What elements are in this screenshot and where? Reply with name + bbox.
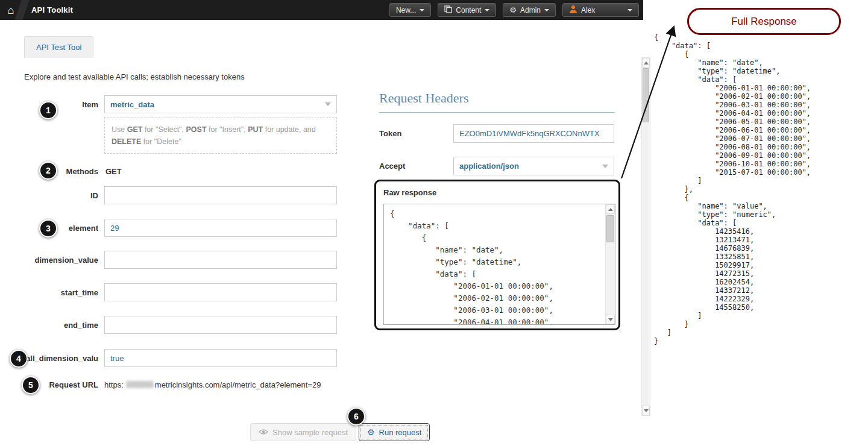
step-badge-1: 1 (39, 101, 57, 119)
scroll-up-icon[interactable] (642, 58, 650, 68)
content-icon (444, 5, 452, 15)
methods-label: Methods (22, 167, 98, 176)
caret-down-icon (627, 9, 632, 11)
id-input[interactable] (104, 186, 337, 204)
tab-label: API Test Tool (36, 43, 81, 52)
accept-select[interactable]: application/json (453, 157, 614, 175)
new-button[interactable]: New... (389, 3, 431, 17)
caret-down-icon (485, 9, 489, 11)
item-select-value: metric_data (110, 100, 154, 109)
gear-icon: ⚙ (509, 6, 517, 14)
all-dimension-values-label: all_dimension_valu (24, 354, 98, 363)
item-label: Item (22, 100, 98, 109)
start-time-input[interactable] (104, 283, 337, 301)
request-url-prefix: https: (104, 380, 124, 389)
dimension-value-input[interactable] (104, 251, 337, 269)
app-title: API Toolkit (31, 5, 73, 14)
admin-button-label: Admin (520, 6, 541, 14)
item-select[interactable]: metric_data (104, 95, 337, 113)
accept-label: Accept (379, 162, 405, 171)
intro-text: Explore and test available API calls; es… (24, 72, 245, 81)
scrollbar-thumb[interactable] (606, 215, 614, 242)
hint-put: PUT (248, 125, 263, 134)
content-button-label: Content (456, 6, 481, 14)
user-button[interactable]: Alex (562, 3, 639, 17)
new-button-label: New... (396, 6, 416, 14)
show-sample-request-label: Show sample request (272, 428, 348, 437)
raw-response-box[interactable]: { "data": [ { "name": "date", "type": "d… (383, 204, 615, 325)
full-response-title: Full Response (731, 16, 797, 28)
request-url-value: https:metricinsights.com/api/metric_data… (104, 380, 321, 389)
redacted-region (126, 381, 154, 388)
request-url-suffix: metricinsights.com/api/metric_data?eleme… (155, 380, 321, 389)
home-icon: ⌂ (8, 5, 14, 16)
hint-get: GET (127, 125, 143, 134)
methods-value: GET (105, 167, 122, 176)
select-caret-icon (325, 102, 331, 106)
scrollbar-thumb[interactable] (643, 68, 649, 122)
raw-response-label: Raw response (383, 188, 436, 197)
token-label: Token (379, 129, 401, 138)
hint-delete: DELETE (112, 137, 141, 146)
scroll-down-icon[interactable] (642, 406, 650, 415)
select-caret-icon (602, 165, 608, 168)
raw-response-panel: Raw response { "data": [ { "name": "date… (374, 180, 620, 330)
show-sample-request-button[interactable]: Show sample request (250, 423, 356, 441)
start-time-label: start_time (22, 288, 98, 297)
step-badge-5: 5 (22, 376, 40, 394)
user-button-label: Alex (581, 6, 595, 14)
dimension-value-label: dimension_value (22, 256, 98, 265)
full-response-json: { "data": [ { "name": "date", "type": "d… (654, 33, 811, 345)
admin-button[interactable]: ⚙ Admin (503, 3, 556, 17)
step-badge-2: 2 (39, 162, 57, 180)
end-time-input[interactable] (104, 316, 337, 334)
method-hint: Use GET for "Select", POST for "Insert",… (104, 118, 337, 154)
hint-post: POST (186, 125, 207, 134)
scroll-up-icon[interactable] (606, 204, 615, 214)
accept-select-value: application/json (459, 162, 519, 171)
step-badge-6: 6 (347, 407, 365, 426)
caret-down-icon (420, 9, 424, 11)
screen: ⌂ API Toolkit New... Content ⚙ Admin Ale… (0, 0, 868, 446)
run-request-button[interactable]: ⚙ Run request (359, 423, 430, 441)
end-time-label: end_time (22, 321, 98, 330)
hint-text: for update, and (263, 125, 316, 134)
hint-text: for "Select", (142, 125, 186, 134)
element-label: element (22, 224, 98, 233)
home-button[interactable]: ⌂ (0, 0, 22, 20)
request-headers-title: Request Headers (379, 90, 615, 113)
tab-api-test-tool[interactable]: API Test Tool (24, 36, 93, 58)
step-badge-4: 4 (10, 350, 28, 368)
caret-down-icon (544, 9, 549, 11)
token-input[interactable] (453, 124, 614, 143)
user-icon (569, 5, 577, 15)
main-scrollbar[interactable] (641, 57, 650, 416)
run-gear-icon: ⚙ (367, 428, 375, 436)
step-badge-3: 3 (39, 219, 57, 237)
id-label: ID (22, 191, 98, 200)
topbar: ⌂ API Toolkit New... Content ⚙ Admin Ale… (0, 0, 643, 20)
hint-text: Use (112, 125, 127, 134)
hint-text: for "Insert", (207, 125, 248, 134)
element-input[interactable] (104, 219, 337, 237)
content-button[interactable]: Content (438, 3, 496, 17)
run-request-label: Run request (379, 428, 422, 437)
eye-icon (259, 428, 268, 437)
response-scrollbar[interactable] (605, 204, 615, 324)
scroll-down-icon[interactable] (606, 315, 615, 324)
raw-response-json: { "data": [ { "name": "date", "type": "d… (384, 204, 559, 325)
full-response-callout: Full Response (687, 8, 841, 35)
all-dimension-values-input[interactable] (104, 349, 337, 367)
hint-text: for "Delete" (141, 137, 181, 146)
